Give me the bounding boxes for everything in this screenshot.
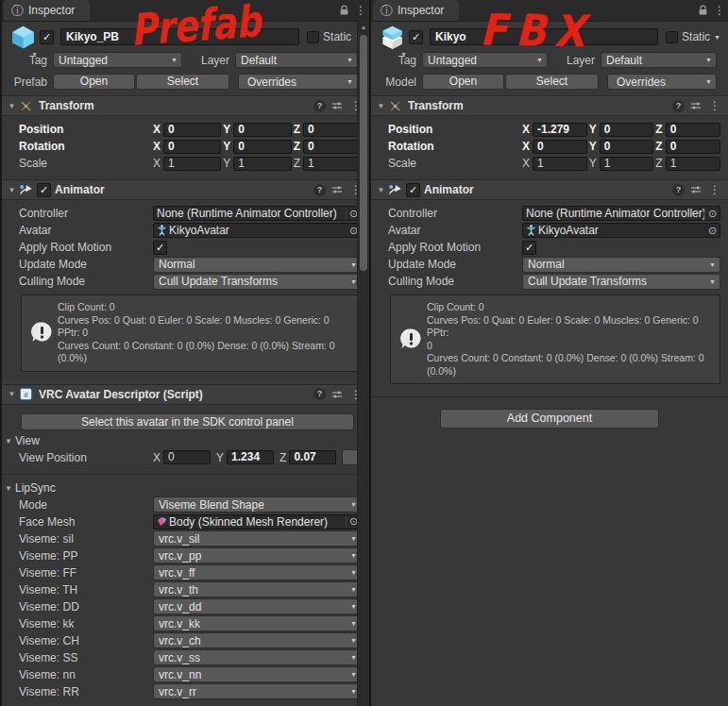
help-icon[interactable]: ?: [313, 388, 326, 400]
y-field[interactable]: 1.234: [227, 450, 274, 464]
kebab-menu-icon[interactable]: ⋮: [707, 183, 722, 196]
help-icon[interactable]: ?: [313, 184, 326, 196]
culling-mode-dropdown[interactable]: Cull Update Transforms ▼: [522, 274, 720, 290]
update-mode-dropdown[interactable]: Normal ▼: [522, 257, 720, 273]
help-icon[interactable]: ?: [672, 184, 685, 196]
vrc-avatar-descriptor-header[interactable]: ▼ # VRC Avatar Descriptor (Script) ? ⋮: [2, 384, 369, 405]
model-open-button[interactable]: Open: [422, 74, 504, 90]
presets-icon[interactable]: [330, 389, 345, 400]
tag-dropdown[interactable]: Untagged ▼: [53, 52, 182, 68]
scrollbar[interactable]: ▲: [357, 21, 369, 706]
lipsync-foldout[interactable]: ▼ LipSync: [2, 481, 369, 496]
object-picker-icon[interactable]: ⊙: [705, 225, 720, 237]
layer-dropdown[interactable]: Default ▼: [601, 52, 717, 68]
kebab-menu-icon[interactable]: ⋮: [711, 0, 728, 21]
avatar-object-field[interactable]: KikyoAvatar ⊙: [522, 223, 720, 238]
y-field[interactable]: 0: [233, 123, 291, 137]
culling-mode-dropdown[interactable]: Cull Update Transforms ▼: [153, 274, 362, 290]
presets-icon[interactable]: [688, 184, 703, 195]
viseme-dropdown[interactable]: vrc.v_nn▼: [153, 666, 362, 682]
name-field[interactable]: Kikyo: [430, 28, 658, 45]
controller-object-field[interactable]: None (Runtime Animator Controller) ⊙: [153, 206, 362, 221]
animator-header[interactable]: ▼ ✓ Animator ? ⋮: [2, 179, 369, 200]
viseme-dropdown[interactable]: vrc.v_pp▼: [153, 547, 362, 563]
lock-icon[interactable]: [694, 0, 711, 21]
component-enabled-checkbox[interactable]: ✓: [37, 183, 51, 197]
avatar-object-field[interactable]: KikyoAvatar ⊙: [153, 223, 362, 238]
x-field[interactable]: 0: [533, 140, 587, 154]
tab-inspector[interactable]: ⓘ Inspector: [373, 0, 459, 21]
presets-icon[interactable]: [330, 100, 345, 111]
apply-root-motion-checkbox[interactable]: ✓: [153, 241, 167, 255]
apply-root-motion-checkbox[interactable]: ✓: [522, 241, 536, 255]
z-field[interactable]: 1: [303, 157, 362, 171]
foldout-icon[interactable]: ▼: [375, 102, 387, 110]
viseme-dropdown[interactable]: vrc.v_sil▼: [153, 530, 362, 546]
x-field[interactable]: 0: [163, 450, 211, 464]
controller-object-field[interactable]: None (Runtime Animator Controller) ⊙: [522, 206, 720, 221]
overrides-dropdown[interactable]: Overrides ▼: [607, 74, 717, 90]
z-field[interactable]: 0.07: [289, 450, 336, 464]
x-field[interactable]: 0: [163, 123, 221, 137]
foldout-icon[interactable]: ▼: [6, 390, 18, 398]
tag-dropdown[interactable]: Untagged ▼: [422, 52, 548, 68]
name-field[interactable]: Kikyo_PB: [60, 28, 299, 45]
y-field[interactable]: 0: [600, 123, 654, 137]
active-checkbox[interactable]: ✓: [409, 30, 423, 44]
foldout-icon[interactable]: ▼: [6, 102, 18, 110]
scrollbar-thumb[interactable]: [360, 35, 367, 271]
transform-header[interactable]: ▼ Transform ? ⋮: [371, 95, 728, 116]
foldout-icon[interactable]: ▼: [375, 186, 387, 194]
static-group[interactable]: Static ▼: [307, 30, 362, 43]
static-checkbox[interactable]: [307, 31, 319, 43]
help-icon[interactable]: ?: [672, 100, 685, 112]
transform-header[interactable]: ▼ Transform ? ⋮: [2, 95, 369, 116]
gameobject-icon-button[interactable]: ▼: [6, 25, 40, 50]
presets-icon[interactable]: [688, 100, 703, 111]
view-foldout[interactable]: ▼ View: [2, 434, 369, 448]
gameobject-icon-button[interactable]: ▼: [375, 25, 409, 50]
z-field[interactable]: 1: [666, 157, 720, 171]
sdk-select-avatar-button[interactable]: Select this avatar in the SDK control pa…: [21, 413, 354, 430]
face-mesh-object-field[interactable]: Body (Skinned Mesh Renderer) ⊙: [153, 514, 362, 530]
z-field[interactable]: 0: [303, 123, 362, 137]
presets-icon[interactable]: [330, 184, 345, 195]
viseme-dropdown[interactable]: vrc.v_ch▼: [153, 632, 362, 648]
kebab-menu-icon[interactable]: ⋮: [352, 0, 369, 21]
component-enabled-checkbox[interactable]: ✓: [406, 183, 420, 197]
viseme-dropdown[interactable]: vrc.v_rr▼: [153, 683, 362, 699]
z-field[interactable]: 0: [303, 140, 362, 154]
z-field[interactable]: 0: [666, 123, 720, 137]
overrides-dropdown[interactable]: Overrides ▼: [238, 74, 358, 90]
layer-dropdown[interactable]: Default ▼: [235, 52, 358, 68]
viseme-dropdown[interactable]: vrc.v_ss▼: [153, 649, 362, 665]
viseme-dropdown[interactable]: vrc.v_dd▼: [153, 598, 362, 614]
x-field[interactable]: 1: [533, 157, 587, 171]
x-field[interactable]: 0: [163, 140, 221, 154]
foldout-icon[interactable]: ▼: [6, 186, 18, 194]
y-field[interactable]: 0: [233, 140, 291, 154]
x-field[interactable]: -1.279: [533, 123, 587, 137]
active-checkbox[interactable]: ✓: [40, 30, 54, 44]
tab-inspector[interactable]: ⓘ Inspector: [4, 0, 90, 21]
update-mode-dropdown[interactable]: Normal ▼: [153, 257, 362, 273]
scroll-up-arrow[interactable]: ▲: [358, 21, 369, 30]
model-select-button[interactable]: Select: [505, 74, 599, 90]
lipsync-mode-dropdown[interactable]: Viseme Blend Shape ▼: [153, 496, 362, 513]
viseme-dropdown[interactable]: vrc.v_ff▼: [153, 564, 362, 580]
x-field[interactable]: 1: [163, 157, 221, 171]
y-field[interactable]: 0: [600, 140, 654, 154]
z-field[interactable]: 0: [666, 140, 720, 154]
kebab-menu-icon[interactable]: ⋮: [707, 99, 722, 112]
viseme-dropdown[interactable]: vrc.v_th▼: [153, 581, 362, 597]
y-field[interactable]: 1: [233, 157, 291, 171]
static-group[interactable]: Static ▼: [666, 30, 720, 43]
prefab-open-button[interactable]: Open: [53, 74, 135, 90]
help-icon[interactable]: ?: [313, 100, 326, 112]
animator-header[interactable]: ▼ ✓ Animator ? ⋮: [371, 179, 728, 200]
add-component-button[interactable]: Add Component: [440, 409, 659, 429]
object-picker-icon[interactable]: ⊙: [704, 208, 720, 220]
prefab-select-button[interactable]: Select: [136, 74, 229, 90]
lock-icon[interactable]: [335, 0, 352, 21]
static-checkbox[interactable]: [666, 31, 678, 43]
